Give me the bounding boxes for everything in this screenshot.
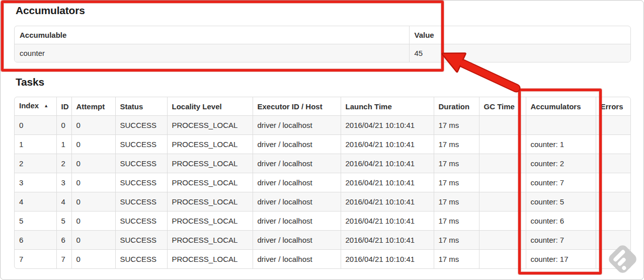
accumulators-cell: counter: 2 bbox=[526, 154, 596, 173]
gc-time-cell bbox=[479, 154, 526, 173]
column-header-errors[interactable]: Errors bbox=[596, 97, 630, 116]
executor-id-host-cell: driver / localhost bbox=[253, 173, 341, 192]
duration-cell: 17 ms bbox=[434, 250, 479, 269]
column-header-index[interactable]: Index▲ bbox=[15, 97, 56, 116]
executor-id-host-cell: driver / localhost bbox=[253, 154, 341, 173]
attempt-cell: 0 bbox=[71, 212, 115, 231]
launch-time-cell: 2016/04/21 10:10:41 bbox=[341, 173, 434, 192]
locality-level-cell: PROCESS_LOCAL bbox=[167, 231, 253, 250]
id-cell: 6 bbox=[56, 231, 71, 250]
locality-level-cell: PROCESS_LOCAL bbox=[167, 212, 253, 231]
attempt-cell: 0 bbox=[71, 135, 115, 154]
column-header-label: Errors bbox=[601, 102, 623, 111]
launch-time-cell: 2016/04/21 10:10:41 bbox=[341, 154, 434, 173]
status-cell: SUCCESS bbox=[115, 212, 167, 231]
column-header-label: Launch Time bbox=[346, 102, 392, 111]
errors-cell bbox=[596, 212, 630, 231]
column-header-accumulators[interactable]: Accumulators bbox=[526, 97, 596, 116]
index-cell: 3 bbox=[15, 173, 56, 192]
column-header-gc-time[interactable]: GC Time bbox=[479, 97, 526, 116]
locality-level-cell: PROCESS_LOCAL bbox=[167, 116, 253, 135]
tasks-table: Index▲IDAttemptStatusLocality LevelExecu… bbox=[14, 97, 631, 269]
column-header-label: Accumulators bbox=[531, 102, 581, 111]
column-header-locality-level[interactable]: Locality Level bbox=[167, 97, 253, 116]
column-header-attempt[interactable]: Attempt bbox=[71, 97, 115, 116]
task-row: 000SUCCESSPROCESS_LOCALdriver / localhos… bbox=[15, 116, 630, 135]
column-header-label: Status bbox=[120, 102, 143, 111]
accumulators-cell: counter: 6 bbox=[526, 212, 596, 231]
arrow-shaft bbox=[463, 63, 516, 88]
duration-cell: 17 ms bbox=[434, 116, 479, 135]
id-cell: 2 bbox=[56, 154, 71, 173]
watermark-dot bbox=[621, 265, 627, 271]
locality-level-cell: PROCESS_LOCAL bbox=[167, 135, 253, 154]
index-cell: 1 bbox=[15, 135, 56, 154]
errors-cell bbox=[596, 192, 630, 212]
index-cell: 7 bbox=[15, 250, 56, 269]
executor-id-host-cell: driver / localhost bbox=[253, 135, 341, 154]
column-header-launch-time[interactable]: Launch Time bbox=[341, 97, 434, 116]
executor-id-host-cell: driver / localhost bbox=[253, 192, 341, 212]
accumulable-name-cell: counter bbox=[15, 44, 409, 62]
column-header-label: Attempt bbox=[76, 102, 105, 111]
column-header-label: ID bbox=[61, 102, 69, 111]
gc-time-cell bbox=[479, 135, 526, 154]
accumulators-cell bbox=[526, 116, 596, 135]
accumulators-table: Accumulable Value counter 45 bbox=[14, 26, 631, 62]
status-cell: SUCCESS bbox=[115, 154, 167, 173]
executor-id-host-cell: driver / localhost bbox=[253, 212, 341, 231]
errors-cell bbox=[596, 135, 630, 154]
errors-cell bbox=[596, 116, 630, 135]
task-row: 770SUCCESSPROCESS_LOCALdriver / localhos… bbox=[15, 250, 630, 269]
index-cell: 2 bbox=[15, 154, 56, 173]
duration-cell: 17 ms bbox=[434, 231, 479, 250]
column-header-accumulable[interactable]: Accumulable bbox=[15, 26, 409, 44]
column-header-label: Executor ID / Host bbox=[258, 102, 323, 111]
tasks-header-row: Index▲IDAttemptStatusLocality LevelExecu… bbox=[15, 97, 630, 116]
attempt-cell: 0 bbox=[71, 173, 115, 192]
duration-cell: 17 ms bbox=[434, 135, 479, 154]
launch-time-cell: 2016/04/21 10:10:41 bbox=[341, 250, 434, 269]
column-header-executor-id-host[interactable]: Executor ID / Host bbox=[253, 97, 341, 116]
launch-time-cell: 2016/04/21 10:10:41 bbox=[341, 135, 434, 154]
task-row: 110SUCCESSPROCESS_LOCALdriver / localhos… bbox=[15, 135, 630, 154]
gc-time-cell bbox=[479, 250, 526, 269]
index-cell: 6 bbox=[15, 231, 56, 250]
status-cell: SUCCESS bbox=[115, 135, 167, 154]
executor-id-host-cell: driver / localhost bbox=[253, 231, 341, 250]
attempt-cell: 0 bbox=[71, 116, 115, 135]
arrow-shaft-outline bbox=[463, 63, 516, 88]
index-cell: 5 bbox=[15, 212, 56, 231]
duration-cell: 17 ms bbox=[434, 173, 479, 192]
tasks-section-title: Tasks bbox=[16, 76, 44, 88]
gc-time-cell bbox=[479, 116, 526, 135]
accumulators-section-title: Accumulators bbox=[16, 5, 85, 17]
column-header-value[interactable]: Value bbox=[409, 26, 630, 44]
column-header-duration[interactable]: Duration bbox=[434, 97, 479, 116]
index-cell: 4 bbox=[15, 192, 56, 212]
gc-time-cell bbox=[479, 192, 526, 212]
task-row: 220SUCCESSPROCESS_LOCALdriver / localhos… bbox=[15, 154, 630, 173]
locality-level-cell: PROCESS_LOCAL bbox=[167, 250, 253, 269]
attempt-cell: 0 bbox=[71, 231, 115, 250]
launch-time-cell: 2016/04/21 10:10:41 bbox=[341, 192, 434, 212]
locality-level-cell: PROCESS_LOCAL bbox=[167, 192, 253, 212]
column-header-label: Locality Level bbox=[172, 102, 222, 111]
launch-time-cell: 2016/04/21 10:10:41 bbox=[341, 116, 434, 135]
launch-time-cell: 2016/04/21 10:10:41 bbox=[341, 212, 434, 231]
id-cell: 5 bbox=[56, 212, 71, 231]
status-cell: SUCCESS bbox=[115, 250, 167, 269]
errors-cell bbox=[596, 154, 630, 173]
executor-id-host-cell: driver / localhost bbox=[253, 250, 341, 269]
accumulators-header-row: Accumulable Value bbox=[15, 26, 630, 44]
locality-level-cell: PROCESS_LOCAL bbox=[167, 173, 253, 192]
gc-time-cell bbox=[479, 212, 526, 231]
column-header-status[interactable]: Status bbox=[115, 97, 167, 116]
task-row: 660SUCCESSPROCESS_LOCALdriver / localhos… bbox=[15, 231, 630, 250]
task-row: 440SUCCESSPROCESS_LOCALdriver / localhos… bbox=[15, 192, 630, 212]
task-row: 550SUCCESSPROCESS_LOCALdriver / localhos… bbox=[15, 212, 630, 231]
task-row: 330SUCCESSPROCESS_LOCALdriver / localhos… bbox=[15, 173, 630, 192]
executor-id-host-cell: driver / localhost bbox=[253, 116, 341, 135]
column-header-label: Duration bbox=[439, 102, 470, 111]
column-header-id[interactable]: ID bbox=[56, 97, 71, 116]
